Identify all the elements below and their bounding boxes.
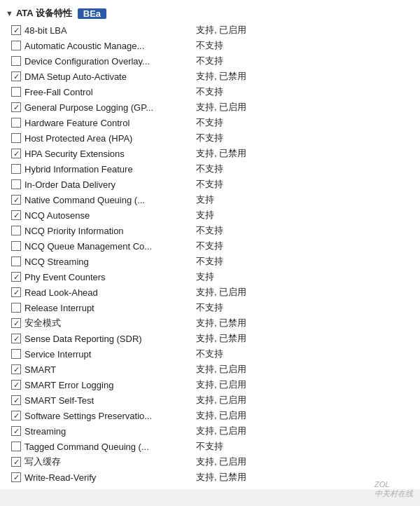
feature-status-ncq-autosense: 支持: [193, 209, 414, 221]
feature-row-ncq-queue-mgmt: NCQ Queue Management Co...不支持: [0, 238, 420, 254]
feature-name-release-interrupt: Release Interrupt: [24, 303, 94, 313]
feature-name-free-fall-control: Free-Fall Control: [24, 87, 93, 97]
feature-name-hybrid-info-feature: Hybrid Information Feature: [24, 164, 133, 175]
checkbox-dma-setup-auto[interactable]: [11, 71, 21, 81]
feature-name-hardware-feature-control: Hardware Feature Control: [24, 118, 130, 128]
feature-row-sense-data-reporting: Sense Data Reporting (SDR)支持, 已禁用: [0, 331, 420, 346]
checkbox-write-read-verify[interactable]: [11, 472, 21, 482]
checkbox-cell-release-interrupt: Release Interrupt: [11, 303, 193, 313]
feature-status-ncq-queue-mgmt: 不支持: [193, 240, 414, 252]
checkbox-device-config-overlay[interactable]: [11, 56, 21, 66]
feature-status-host-protected-area: 不支持: [193, 132, 414, 144]
checkbox-free-fall-control[interactable]: [11, 87, 21, 97]
feature-row-native-command-queuing: Native Command Queuing (...支持: [0, 192, 420, 207]
feature-row-safe-mode: 安全模式支持, 已禁用: [0, 315, 420, 331]
watermark-sub: 中关村在线: [374, 489, 413, 498]
feature-name-smart-error-logging: SMART Error Logging: [24, 380, 113, 390]
feature-status-streaming: 支持, 已启用: [193, 425, 414, 437]
checkbox-cell-ncq-streaming: NCQ Streaming: [11, 257, 193, 267]
feature-name-read-look-ahead: Read Look-Ahead: [24, 287, 98, 298]
feature-name-48bit-lba: 48-bit LBA: [24, 25, 67, 36]
feature-name-software-settings-preservation: Software Settings Preservatio...: [24, 411, 152, 421]
checkbox-cell-read-look-ahead: Read Look-Ahead: [11, 287, 193, 298]
checkbox-phy-event-counters[interactable]: [11, 272, 21, 282]
feature-name-device-config-overlay: Device Configuration Overlay...: [24, 56, 150, 67]
checkbox-ncq-queue-mgmt[interactable]: [11, 241, 21, 251]
checkbox-cell-hpa-security-extensions: HPA Security Extensions: [11, 149, 193, 159]
checkbox-service-interrupt[interactable]: [11, 349, 21, 359]
checkbox-general-purpose-logging[interactable]: [11, 102, 21, 112]
feature-row-48bit-lba: 48-bit LBA支持, 已启用: [0, 22, 420, 38]
checkbox-cell-general-purpose-logging: General Purpose Logging (GP...: [11, 102, 193, 113]
feature-name-hpa-security-extensions: HPA Security Extensions: [24, 149, 125, 159]
checkbox-host-protected-area[interactable]: [11, 133, 21, 143]
checkbox-ncq-priority-info[interactable]: [11, 226, 21, 235]
feature-name-phy-event-counters: Phy Event Counters: [24, 272, 106, 282]
feature-row-service-interrupt: Service Interrupt不支持: [0, 346, 420, 362]
checkbox-hybrid-info-feature[interactable]: [11, 164, 21, 174]
feature-status-hybrid-info-feature: 不支持: [193, 163, 414, 175]
checkbox-cell-smart-error-logging: SMART Error Logging: [11, 380, 193, 390]
checkbox-smart[interactable]: [11, 364, 21, 374]
feature-row-general-purpose-logging: General Purpose Logging (GP...支持, 已启用: [0, 100, 420, 115]
watermark-site: ZOL: [374, 480, 389, 488]
checkbox-cell-write-cache: 写入缓存: [11, 456, 193, 468]
feature-name-in-order-data-delivery: In-Order Data Delivery: [24, 179, 115, 190]
feature-row-hybrid-info-feature: Hybrid Information Feature不支持: [0, 161, 420, 177]
checkbox-cell-device-config-overlay: Device Configuration Overlay...: [11, 56, 193, 67]
feature-row-write-read-verify: Write-Read-Verify支持, 已禁用: [0, 470, 420, 485]
feature-row-smart-error-logging: SMART Error Logging支持, 已启用: [0, 377, 420, 392]
feature-name-general-purpose-logging: General Purpose Logging (GP...: [24, 102, 153, 113]
checkbox-read-look-ahead[interactable]: [11, 287, 21, 297]
checkbox-cell-write-read-verify: Write-Read-Verify: [11, 472, 193, 483]
feature-row-ncq-autosense: NCQ Autosense支持: [0, 207, 420, 223]
checkbox-cell-software-settings-preservation: Software Settings Preservatio...: [11, 411, 193, 421]
checkbox-release-interrupt[interactable]: [11, 303, 21, 313]
checkbox-cell-service-interrupt: Service Interrupt: [11, 349, 193, 360]
checkbox-native-command-queuing[interactable]: [11, 195, 21, 205]
feature-status-48bit-lba: 支持, 已启用: [193, 24, 414, 36]
checkbox-cell-free-fall-control: Free-Fall Control: [11, 87, 193, 97]
checkbox-cell-host-protected-area: Host Protected Area (HPA): [11, 133, 193, 144]
checkbox-ncq-streaming[interactable]: [11, 257, 21, 266]
checkbox-write-cache[interactable]: [11, 457, 21, 467]
checkbox-smart-error-logging[interactable]: [11, 380, 21, 390]
checkbox-sense-data-reporting[interactable]: [11, 334, 21, 343]
feature-row-ncq-priority-info: NCQ Priority Information不支持: [0, 223, 420, 238]
feature-status-sense-data-reporting: 支持, 已禁用: [193, 332, 414, 345]
checkbox-safe-mode[interactable]: [11, 318, 21, 328]
feature-name-ncq-queue-mgmt: NCQ Queue Management Co...: [24, 241, 152, 252]
feature-name-write-cache: 写入缓存: [24, 456, 61, 468]
feature-row-release-interrupt: Release Interrupt不支持: [0, 300, 420, 315]
collapse-arrow[interactable]: ▼: [6, 9, 13, 18]
feature-status-hardware-feature-control: 不支持: [193, 116, 414, 129]
checkbox-cell-automatic-acoustic: Automatic Acoustic Manage...: [11, 41, 193, 51]
checkbox-cell-smart-self-test: SMART Self-Test: [11, 395, 193, 406]
feature-row-read-look-ahead: Read Look-Ahead支持, 已启用: [0, 285, 420, 300]
feature-status-device-config-overlay: 不支持: [193, 55, 414, 67]
section-title: ATA 设备特性: [16, 7, 72, 20]
feature-status-smart: 支持, 已启用: [193, 363, 414, 376]
feature-status-ncq-streaming: 不支持: [193, 255, 414, 268]
checkbox-automatic-acoustic[interactable]: [11, 41, 21, 50]
checkbox-software-settings-preservation[interactable]: [11, 411, 21, 420]
checkbox-cell-smart: SMART: [11, 364, 193, 375]
feature-row-ncq-streaming: NCQ Streaming不支持: [0, 254, 420, 269]
feature-row-smart-self-test: SMART Self-Test支持, 已启用: [0, 392, 420, 408]
checkbox-hardware-feature-control[interactable]: [11, 118, 21, 128]
checkbox-smart-self-test[interactable]: [11, 395, 21, 405]
feature-name-service-interrupt: Service Interrupt: [24, 349, 91, 360]
feature-status-tagged-command-queuing: 不支持: [193, 440, 414, 453]
feature-row-hpa-security-extensions: HPA Security Extensions支持, 已禁用: [0, 146, 420, 161]
feature-status-safe-mode: 支持, 已禁用: [193, 317, 414, 329]
checkbox-cell-in-order-data-delivery: In-Order Data Delivery: [11, 179, 193, 190]
checkbox-hpa-security-extensions[interactable]: [11, 149, 21, 158]
checkbox-streaming[interactable]: [11, 426, 21, 436]
feature-status-phy-event-counters: 支持: [193, 271, 414, 283]
checkbox-ncq-autosense[interactable]: [11, 210, 21, 220]
checkbox-48bit-lba[interactable]: [11, 25, 21, 35]
checkbox-tagged-command-queuing[interactable]: [11, 442, 21, 451]
feature-status-smart-self-test: 支持, 已启用: [193, 394, 414, 406]
checkbox-cell-streaming: Streaming: [11, 426, 193, 437]
checkbox-in-order-data-delivery[interactable]: [11, 179, 21, 189]
